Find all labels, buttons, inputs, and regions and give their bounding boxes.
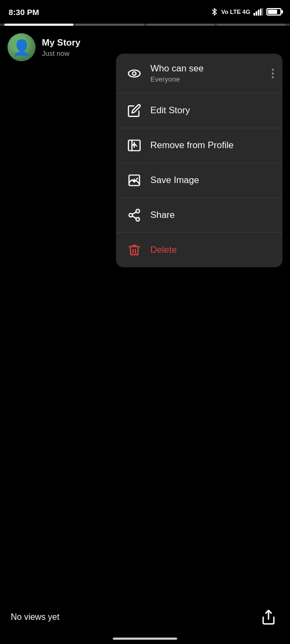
svg-rect-0 <box>253 13 255 16</box>
svg-point-5 <box>128 70 140 77</box>
save-image-icon <box>127 173 142 188</box>
menu-item-share[interactable]: Share <box>116 198 282 233</box>
svg-line-13 <box>132 212 136 214</box>
menu-item-edit-story[interactable]: Edit Story <box>116 93 282 128</box>
status-time: 8:30 PM <box>9 8 39 17</box>
network-label: Vo LTE 4G <box>221 9 250 15</box>
more-icon <box>272 69 274 78</box>
status-icons: Vo LTE 4G <box>211 8 281 16</box>
edit-story-label: Edit Story <box>150 105 190 116</box>
save-image-label: Save Image <box>150 175 199 186</box>
battery-icon <box>266 8 281 16</box>
share-button[interactable] <box>258 606 279 628</box>
trash-icon <box>127 243 142 258</box>
svg-rect-1 <box>256 11 257 16</box>
remove-from-profile-label: Remove from Profile <box>150 140 234 151</box>
story-segment-3 <box>146 24 215 26</box>
no-views-text: No views yet <box>11 612 60 622</box>
story-segment-1 <box>4 24 74 26</box>
delete-label: Delete <box>150 245 177 255</box>
signal-icon <box>253 8 263 16</box>
home-indicator <box>113 638 177 640</box>
menu-item-remove-from-profile[interactable]: Remove from Profile <box>116 128 282 163</box>
menu-item-who-can-see[interactable]: Who can see Everyone <box>116 54 282 93</box>
who-can-see-sublabel: Everyone <box>150 75 204 83</box>
story-segment-4 <box>216 24 286 26</box>
story-timestamp: Just now <box>42 49 81 57</box>
svg-rect-4 <box>262 8 263 16</box>
menu-item-delete[interactable]: Delete <box>116 233 282 267</box>
svg-line-12 <box>132 216 136 218</box>
story-info: My Story Just now <box>42 38 81 57</box>
context-menu: Who can see Everyone Edit Story <box>116 54 282 267</box>
bluetooth-icon <box>211 8 218 16</box>
story-segment-2 <box>75 24 144 26</box>
share-label: Share <box>150 210 175 221</box>
status-bar: 8:30 PM Vo LTE 4G <box>0 0 290 24</box>
story-name: My Story <box>42 38 81 48</box>
share-icon <box>127 208 142 223</box>
svg-rect-2 <box>258 10 259 16</box>
svg-rect-3 <box>260 9 262 16</box>
avatar <box>8 33 35 61</box>
menu-item-save-image[interactable]: Save Image <box>116 163 282 198</box>
svg-point-6 <box>133 71 136 75</box>
remove-icon <box>127 138 142 153</box>
who-can-see-label: Who can see <box>150 63 204 74</box>
pencil-icon <box>127 103 142 118</box>
eye-icon <box>127 66 142 81</box>
